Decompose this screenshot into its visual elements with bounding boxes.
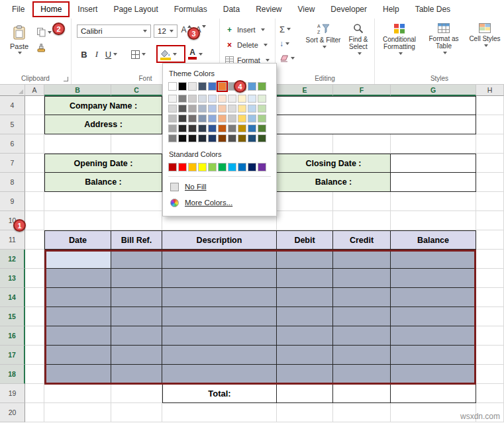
cell-D11[interactable]: Description	[162, 230, 277, 250]
cell-C10[interactable]	[111, 211, 162, 230]
row-header-14[interactable]: 14	[0, 288, 25, 307]
cell-B9[interactable]	[44, 192, 111, 211]
cell-F9[interactable]	[333, 192, 391, 211]
color-swatch[interactable]	[248, 95, 256, 103]
cell-F19[interactable]	[333, 384, 391, 403]
color-swatch[interactable]	[258, 82, 266, 91]
color-swatch[interactable]	[218, 115, 227, 122]
cell-H18[interactable]	[476, 365, 504, 384]
cell-A11[interactable]	[25, 230, 44, 250]
color-swatch[interactable]	[218, 95, 227, 103]
color-swatch[interactable]	[208, 115, 217, 122]
color-swatch[interactable]	[198, 105, 207, 113]
cell-styles-button[interactable]: Cell Styles	[468, 22, 502, 47]
color-swatch[interactable]	[188, 124, 197, 132]
no-fill-option[interactable]: No Fill	[168, 179, 271, 195]
cell-A16[interactable]	[25, 326, 44, 346]
borders-button[interactable]	[128, 46, 148, 62]
color-swatch[interactable]	[188, 95, 197, 103]
ribbon-tab-table-des[interactable]: Table Des	[407, 1, 458, 17]
color-swatch[interactable]	[248, 124, 256, 132]
cell-E7[interactable]: Closing Date :	[277, 154, 391, 173]
column-header-C[interactable]: C	[111, 85, 162, 96]
color-swatch[interactable]	[198, 115, 207, 122]
color-swatch[interactable]	[228, 105, 236, 113]
color-swatch[interactable]	[248, 115, 256, 122]
clipboard-dialog-launcher-icon[interactable]	[64, 77, 68, 81]
cell-F11[interactable]: Credit	[333, 230, 391, 250]
row-header-8[interactable]: 8	[0, 173, 25, 192]
color-swatch[interactable]	[198, 82, 207, 91]
cell-A18[interactable]	[25, 365, 44, 384]
cell-B8[interactable]: Balance :	[44, 173, 162, 192]
cell-B6[interactable]	[44, 134, 111, 154]
ribbon-tab-data[interactable]: Data	[215, 1, 248, 17]
cell-E20[interactable]	[277, 403, 333, 422]
row-header-6[interactable]: 6	[0, 134, 25, 154]
cell-H4[interactable]	[476, 96, 504, 115]
column-header-A[interactable]: A	[25, 85, 44, 96]
ribbon-tab-insert[interactable]: Insert	[70, 1, 105, 17]
color-swatch[interactable]	[228, 124, 236, 132]
ribbon-tab-formulas[interactable]: Formulas	[166, 1, 215, 17]
color-swatch[interactable]	[208, 163, 217, 171]
column-header-B[interactable]: B	[44, 85, 111, 96]
row-header-18[interactable]: 18	[0, 365, 25, 384]
cell-H15[interactable]	[476, 307, 504, 326]
ribbon-tab-file[interactable]: File	[4, 1, 32, 17]
italic-button[interactable]: I	[91, 46, 102, 62]
clear-button[interactable]	[279, 52, 295, 64]
fill-down-button[interactable]: ↓	[279, 38, 289, 50]
color-swatch[interactable]	[188, 115, 197, 122]
color-swatch[interactable]	[208, 124, 217, 132]
cell-B5[interactable]: Address :	[44, 115, 162, 134]
cell-H6[interactable]	[476, 134, 504, 154]
cell-E6[interactable]	[277, 134, 333, 154]
color-swatch[interactable]	[178, 134, 187, 142]
color-swatch[interactable]	[218, 134, 227, 142]
color-swatch[interactable]	[208, 82, 217, 91]
bold-button[interactable]: B	[77, 46, 91, 62]
cell-B11[interactable]: Date	[44, 230, 111, 250]
cell-G8[interactable]	[391, 173, 476, 192]
ribbon-tab-view[interactable]: View	[290, 1, 323, 17]
color-swatch[interactable]	[238, 134, 246, 142]
select-all-corner[interactable]	[0, 85, 25, 96]
cell-A5[interactable]	[25, 115, 44, 134]
autosum-button[interactable]: Σ	[279, 23, 291, 35]
cell-G9[interactable]	[391, 192, 476, 211]
color-swatch[interactable]	[178, 124, 187, 132]
row-header-12[interactable]: 12	[0, 250, 25, 269]
color-swatch[interactable]	[198, 163, 207, 171]
color-swatch[interactable]	[218, 105, 227, 113]
cell-G6[interactable]	[391, 134, 476, 154]
cell-A15[interactable]	[25, 307, 44, 326]
row-header-17[interactable]: 17	[0, 346, 25, 365]
cell-H5[interactable]	[476, 115, 504, 134]
column-header-G[interactable]: G	[391, 85, 476, 96]
cell-E8[interactable]: Balance :	[277, 173, 391, 192]
cell-C9[interactable]	[111, 192, 162, 211]
cell-D20[interactable]	[162, 403, 277, 422]
color-swatch[interactable]	[218, 82, 227, 91]
cell-A20[interactable]	[25, 403, 44, 422]
cell-A13[interactable]	[25, 269, 44, 288]
find-select-button[interactable]: Find & Select	[343, 22, 374, 55]
row-header-11[interactable]: 11	[0, 230, 25, 250]
row-header-9[interactable]: 9	[0, 192, 25, 211]
column-header-E[interactable]: E	[277, 85, 333, 96]
cell-E11[interactable]: Debit	[277, 230, 333, 250]
color-swatch[interactable]	[218, 163, 227, 171]
cell-D19[interactable]: Total:	[162, 384, 277, 403]
cell-G11[interactable]: Balance	[391, 230, 476, 250]
cell-H8[interactable]	[476, 173, 504, 192]
row-header-13[interactable]: 13	[0, 269, 25, 288]
cell-G7[interactable]	[391, 154, 476, 173]
color-swatch[interactable]	[248, 105, 256, 113]
color-swatch[interactable]	[258, 115, 266, 122]
cell-H13[interactable]	[476, 269, 504, 288]
color-swatch[interactable]	[188, 105, 197, 113]
row-header-19[interactable]: 19	[0, 384, 25, 403]
color-swatch[interactable]	[178, 163, 187, 171]
color-swatch[interactable]	[188, 163, 197, 171]
